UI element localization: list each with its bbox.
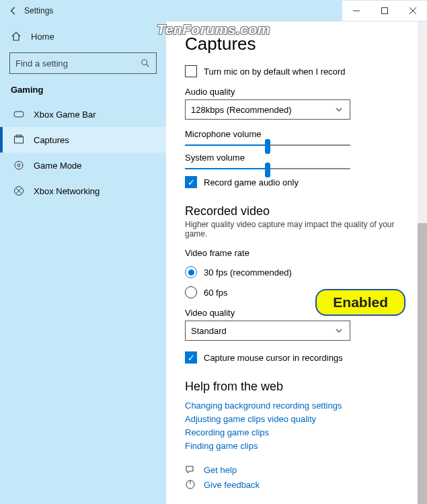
search-icon xyxy=(140,58,151,69)
recorded-video-sub: Higher quality video capture may impact … xyxy=(185,220,415,239)
search-input[interactable]: Find a setting xyxy=(9,52,157,74)
maximize-button[interactable] xyxy=(371,1,399,21)
feedback-icon xyxy=(185,479,196,490)
xbox-icon xyxy=(13,185,24,196)
game-bar-icon xyxy=(13,109,24,120)
help-link[interactable]: Finding game clips xyxy=(185,441,415,451)
help-label: Get help xyxy=(204,465,237,475)
window-controls xyxy=(342,1,427,21)
help-link[interactable]: Changing background recording settings xyxy=(185,401,415,411)
checkbox-label: Record game audio only xyxy=(204,177,299,187)
sys-volume-slider[interactable] xyxy=(185,168,350,169)
video-quality-select[interactable]: Standard xyxy=(185,321,350,341)
select-value: Standard xyxy=(191,326,227,336)
sidebar-item-captures[interactable]: Captures xyxy=(0,127,166,153)
home-label: Home xyxy=(31,32,54,42)
checkbox-icon xyxy=(185,65,197,77)
scrollbar-thumb[interactable] xyxy=(418,223,427,504)
get-help-link[interactable]: Get help xyxy=(185,464,415,475)
chevron-down-icon xyxy=(334,104,344,115)
svg-point-2 xyxy=(142,60,147,65)
close-button[interactable] xyxy=(399,1,427,21)
window-title: Settings xyxy=(24,6,53,15)
capture-cursor-checkbox[interactable]: ✓ Capture mouse cursor in recordings xyxy=(185,351,415,364)
give-feedback-link[interactable]: Give feedback xyxy=(185,479,415,490)
mic-volume-slider[interactable] xyxy=(185,144,350,146)
back-icon[interactable] xyxy=(8,5,19,16)
audio-quality-label: Audio quality xyxy=(185,87,415,97)
minimize-button[interactable] xyxy=(342,1,371,21)
feedback-label: Give feedback xyxy=(204,480,260,490)
mic-volume-label: Microphone volume xyxy=(185,129,415,139)
sidebar-item-xbox-game-bar[interactable]: Xbox Game Bar xyxy=(0,101,166,127)
radio-label: 30 fps (recommended) xyxy=(204,267,292,278)
fps-30-radio[interactable]: 30 fps (recommended) xyxy=(185,266,415,278)
mic-default-checkbox[interactable]: Turn mic on by default when I record xyxy=(185,65,415,77)
sidebar-item-xbox-networking[interactable]: Xbox Networking xyxy=(0,178,166,204)
slider-thumb[interactable] xyxy=(265,139,270,154)
sidebar: Home Find a setting Gaming Xbox Game Bar… xyxy=(0,22,166,504)
audio-quality-select[interactable]: 128kbps (Recommended) xyxy=(185,99,350,120)
checkbox-label: Capture mouse cursor in recordings xyxy=(204,353,343,363)
radio-label: 60 fps xyxy=(204,288,227,298)
home-icon xyxy=(11,31,22,42)
sidebar-item-label: Game Mode xyxy=(34,161,82,171)
help-icon xyxy=(185,464,196,475)
checkbox-icon: ✓ xyxy=(185,351,197,364)
slider-thumb[interactable] xyxy=(265,163,270,177)
recorded-video-heading: Recorded video xyxy=(185,204,415,218)
select-value: 128kbps (Recommended) xyxy=(191,105,292,115)
help-link[interactable]: Adjusting game clips video quality xyxy=(185,414,415,424)
svg-rect-1 xyxy=(382,8,388,14)
checkbox-icon: ✓ xyxy=(185,176,197,188)
game-mode-icon xyxy=(13,160,24,171)
checkbox-label: Turn mic on by default when I record xyxy=(204,67,346,77)
svg-point-8 xyxy=(17,164,20,167)
scrollbar[interactable] xyxy=(418,22,427,504)
svg-point-7 xyxy=(15,161,23,169)
sidebar-item-label: Captures xyxy=(34,135,69,145)
sidebar-item-label: Xbox Networking xyxy=(34,186,100,196)
category-title: Gaming xyxy=(0,81,166,101)
enabled-badge: Enabled xyxy=(315,289,405,316)
chevron-down-icon xyxy=(334,325,344,336)
captures-icon xyxy=(13,134,24,145)
titlebar: Settings xyxy=(0,0,427,22)
frame-rate-label: Video frame rate xyxy=(185,248,415,258)
help-link[interactable]: Recording game clips xyxy=(185,427,415,437)
watermark: TenForums.com xyxy=(157,22,270,38)
home-link[interactable]: Home xyxy=(0,24,166,48)
sidebar-item-label: Xbox Game Bar xyxy=(34,110,96,120)
svg-line-3 xyxy=(147,65,149,67)
help-heading: Help from the web xyxy=(185,380,415,394)
radio-icon xyxy=(185,266,197,278)
radio-icon xyxy=(185,286,197,298)
record-game-audio-checkbox[interactable]: ✓ Record game audio only xyxy=(185,176,415,188)
search-placeholder: Find a setting xyxy=(15,58,68,69)
svg-rect-4 xyxy=(14,112,24,117)
sys-volume-label: System volume xyxy=(185,153,415,163)
sidebar-item-game-mode[interactable]: Game Mode xyxy=(0,153,166,178)
content-pane: Captures Turn mic on by default when I r… xyxy=(166,22,427,504)
